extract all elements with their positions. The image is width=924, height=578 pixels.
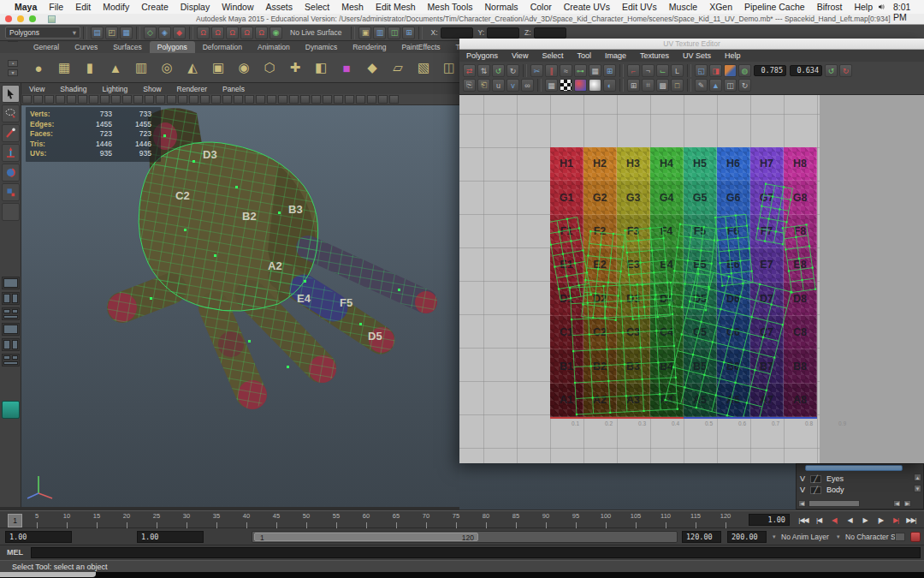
refresh-image-icon[interactable]: ↻ xyxy=(738,79,751,92)
rotate-angle-cw-icon[interactable]: ↻ xyxy=(839,64,852,77)
scale-tool[interactable] xyxy=(2,183,20,201)
construction-history-icon[interactable]: ◫ xyxy=(388,27,400,39)
uv-menu-help[interactable]: Help xyxy=(718,51,748,60)
playback-end-field[interactable]: 120.00 xyxy=(682,531,721,543)
viewport-toolbar-icon[interactable] xyxy=(234,95,243,104)
panel-menu-view[interactable]: View xyxy=(21,85,52,93)
x-coord-input[interactable] xyxy=(441,27,473,39)
poly-helix-icon[interactable]: ◉ xyxy=(232,56,256,80)
layout-uvs-icon[interactable]: ▦ xyxy=(589,64,601,77)
shelf-tab-deformation[interactable]: Deformation xyxy=(195,41,250,53)
viewport-toolbar-icon[interactable] xyxy=(289,95,299,104)
statusline-divider[interactable] xyxy=(189,27,193,39)
new-scene-icon[interactable]: ▤ xyxy=(91,27,104,39)
range-track[interactable]: 1 120 xyxy=(252,531,678,543)
toggle-image-icon[interactable]: ▦ xyxy=(545,79,558,92)
macos-menu-select[interactable]: Select xyxy=(299,2,335,12)
scroll-right-button[interactable]: ▶ xyxy=(903,500,911,507)
rotate-angle-ccw-icon[interactable]: ↺ xyxy=(825,64,838,77)
panel-menu-lighting[interactable]: Lighting xyxy=(94,85,135,93)
shelf-tab-curves[interactable]: Curves xyxy=(67,41,105,53)
shelf-tab-rendering[interactable]: Rendering xyxy=(345,41,394,53)
mel-label[interactable]: MEL xyxy=(7,548,23,557)
edit-texture-icon[interactable]: ✎ xyxy=(695,79,708,92)
play-forwards-button[interactable]: ▶ xyxy=(857,512,873,527)
paste-uvs-icon[interactable]: ⎗ xyxy=(477,79,490,92)
rotate-uvs-cw-icon[interactable]: ↻ xyxy=(506,64,519,77)
alpha-channel-icon[interactable] xyxy=(589,79,601,92)
viewport-toolbar-icon[interactable] xyxy=(367,95,376,104)
persp-graph-layout-button[interactable] xyxy=(2,323,20,336)
play-backwards-button[interactable]: ◀ xyxy=(842,512,857,527)
poly-pyramid-icon[interactable]: ◭ xyxy=(181,56,204,80)
snap-to-curve-icon[interactable]: Ω xyxy=(211,27,224,39)
paste-u-only-icon[interactable]: u xyxy=(492,79,505,92)
scroll-left-button[interactable]: ◀ xyxy=(798,500,806,507)
pixel-snap-icon[interactable]: ⌗ xyxy=(642,79,654,92)
shelf-tab-painteffects[interactable]: PaintEffects xyxy=(394,41,447,53)
step-forward-frame-button[interactable]: |▶ xyxy=(873,512,888,527)
scroll-down-button[interactable]: ▼ xyxy=(914,485,921,492)
combine-icon[interactable]: ◧ xyxy=(309,56,333,80)
layer-row-eyes[interactable]: V╱Eyes xyxy=(800,474,844,484)
current-time-field[interactable]: 1.00 xyxy=(749,514,790,526)
macos-menu-create[interactable]: Create xyxy=(135,2,175,12)
macos-menu-help[interactable]: Help xyxy=(848,2,879,12)
range-thumb[interactable]: 1 120 xyxy=(254,533,478,541)
sew-uvs-icon[interactable]: ≈ xyxy=(560,64,572,77)
rotate-tool[interactable] xyxy=(2,164,20,182)
current-frame-marker[interactable]: 1 xyxy=(8,514,22,527)
viewport-toolbar-icon[interactable] xyxy=(189,95,198,104)
rotate-uvs-ccw-icon[interactable]: ↺ xyxy=(492,64,505,77)
viewport-toolbar-icon[interactable] xyxy=(334,95,343,104)
make-live-icon[interactable]: ◉ xyxy=(270,27,282,39)
poly-sphere-icon[interactable]: ● xyxy=(27,56,50,80)
viewport-toolbar-icon[interactable] xyxy=(44,95,54,104)
shelf-tab-button[interactable]: ▪ xyxy=(8,60,18,67)
move-and-sew-icon[interactable]: ⊶ xyxy=(574,64,587,77)
viewport-toolbar-icon[interactable] xyxy=(56,95,65,104)
y-coord-input[interactable] xyxy=(487,27,519,39)
viewport-toolbar-icon[interactable] xyxy=(22,95,32,104)
panel-menu-renderer[interactable]: Renderer xyxy=(169,85,215,93)
panel-menu-shading[interactable]: Shading xyxy=(52,85,94,93)
shade-shells-icon[interactable]: ▩ xyxy=(656,79,669,92)
viewport-toolbar-icon[interactable] xyxy=(345,95,354,104)
extract-cube-icon[interactable]: ◆ xyxy=(360,56,384,80)
step-back-key-button[interactable]: |◀ xyxy=(811,512,826,527)
image-ratio-icon[interactable]: ◍ xyxy=(738,64,751,77)
texture-borders-icon[interactable]: □ xyxy=(671,79,684,92)
paste-v-only-icon[interactable]: v xyxy=(506,79,519,92)
menubar-clock[interactable]: Thu 8:01 PM xyxy=(893,0,923,22)
select-by-object-type-icon[interactable]: ◈ xyxy=(158,27,171,39)
save-scene-icon[interactable]: ▦ xyxy=(120,27,133,39)
layer-row-body[interactable]: V╱Body xyxy=(800,485,844,495)
snap-to-view-plane-icon[interactable]: Ω xyxy=(255,27,268,39)
macos-menu-maya[interactable]: Maya xyxy=(9,2,43,12)
grid-display-icon[interactable]: ⊞ xyxy=(627,79,640,92)
macos-menu-normals[interactable]: Normals xyxy=(479,2,524,12)
macos-menu-color[interactable]: Color xyxy=(524,2,558,12)
current-layout-screen-icon[interactable] xyxy=(2,401,20,419)
snap-to-grid-icon[interactable]: Ω xyxy=(197,27,210,39)
minimize-window-button[interactable] xyxy=(17,15,24,22)
viewport-toolbar-icon[interactable] xyxy=(378,95,388,104)
macos-menu-display[interactable]: Display xyxy=(175,2,216,12)
input-to-selected-icon[interactable]: ▣ xyxy=(358,27,371,39)
shelf-tab-polygons[interactable]: Polygons xyxy=(150,41,195,53)
volume-icon[interactable] xyxy=(879,3,885,11)
go-to-end-button[interactable]: ▶▶| xyxy=(903,512,919,527)
animation-start-field[interactable]: 1.00 xyxy=(5,531,72,543)
macos-menu-edit-uvs[interactable]: Edit UVs xyxy=(616,2,663,12)
macos-menu-bifrost[interactable]: Bifrost xyxy=(811,2,849,12)
macos-menu-xgen[interactable]: XGen xyxy=(703,2,738,12)
viewport-toolbar-icon[interactable] xyxy=(300,95,310,104)
step-back-frame-button[interactable]: ◀| xyxy=(826,512,842,527)
macos-menu-assets[interactable]: Assets xyxy=(260,2,299,12)
viewport-toolbar-icon[interactable] xyxy=(267,95,276,104)
persp-outliner-layout-button[interactable] xyxy=(2,307,20,320)
macos-menu-edit-mesh[interactable]: Edit Mesh xyxy=(370,2,422,12)
poly-torus-icon[interactable]: ◎ xyxy=(155,56,179,80)
panel-menu-show[interactable]: Show xyxy=(135,85,169,93)
viewport-toolbar-icon[interactable] xyxy=(122,95,132,104)
